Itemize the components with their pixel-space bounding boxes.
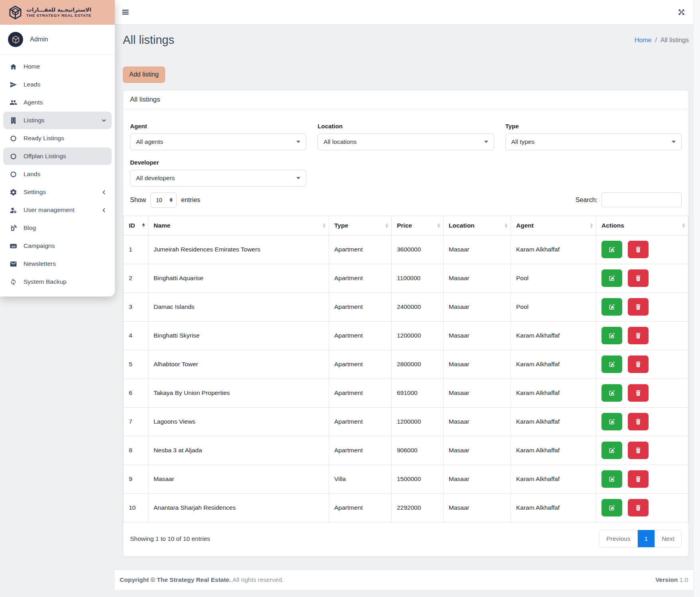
sidebar-item-lands[interactable]: Lands xyxy=(3,165,112,183)
cell-location: Masaar xyxy=(444,321,511,350)
delete-button[interactable] xyxy=(628,269,649,287)
fullscreen-button[interactable] xyxy=(675,6,688,19)
version: Version 1.0 xyxy=(655,576,688,583)
edit-button[interactable] xyxy=(601,269,622,287)
edit-button[interactable] xyxy=(601,470,622,488)
sidebar-item-leads[interactable]: Leads xyxy=(3,76,112,93)
column-header-agent[interactable]: Agent▲▼ xyxy=(511,216,596,235)
edit-button[interactable] xyxy=(601,413,622,430)
pagination-previous[interactable]: Previous xyxy=(599,530,637,548)
sidebar-item-agents[interactable]: Agents xyxy=(3,94,112,111)
circle-icon xyxy=(10,135,17,142)
edit-icon xyxy=(608,447,615,454)
column-header-actions[interactable]: Actions▲▼ xyxy=(596,216,688,235)
pagination-next[interactable]: Next xyxy=(655,530,681,548)
breadcrumb-home-link[interactable]: Home xyxy=(635,37,652,44)
delete-button[interactable] xyxy=(628,298,649,316)
edit-button[interactable] xyxy=(601,442,622,459)
sidebar-item-label: Agents xyxy=(24,99,43,106)
cell-location: Masaar xyxy=(444,465,511,493)
sidebar-item-label: System Backup xyxy=(24,278,67,285)
edit-button[interactable] xyxy=(601,499,622,516)
column-header-location[interactable]: Location▲▼ xyxy=(444,216,511,235)
cell-name: Lagoons Views xyxy=(148,407,329,436)
pagination-page-1[interactable]: 1 xyxy=(637,530,655,548)
edit-icon xyxy=(608,418,615,425)
main-content: All listings Home / All listings Add lis… xyxy=(115,25,700,557)
cell-location: Masaar xyxy=(444,436,511,465)
sidebar-toggle-button[interactable] xyxy=(119,6,132,19)
sidebar-item-label: Ready Listings xyxy=(24,135,64,142)
sidebar-item-label: User management xyxy=(24,206,75,214)
sidebar-item-blog[interactable]: Blog xyxy=(3,219,112,237)
caret-down-icon xyxy=(484,141,488,143)
edit-button[interactable] xyxy=(601,298,622,316)
delete-button[interactable] xyxy=(628,384,649,402)
edit-button[interactable] xyxy=(601,327,622,344)
listings-card: All listings AgentAll agentsLocationAll … xyxy=(123,90,689,557)
search-input[interactable] xyxy=(601,192,682,207)
sidebar-item-offplan-listings[interactable]: Offplan Listings xyxy=(3,147,112,165)
cell-actions xyxy=(596,350,688,379)
delete-button[interactable] xyxy=(628,442,649,459)
expand-arrows-icon xyxy=(677,8,686,16)
cell-name: Binghatti Aquarise xyxy=(148,264,329,293)
table-controls: Show 10 entries Search: xyxy=(123,187,688,216)
agent-select[interactable]: All agents xyxy=(130,134,306,150)
column-header-price[interactable]: Price▲▼ xyxy=(392,216,444,235)
delete-button[interactable] xyxy=(628,413,649,430)
edit-button[interactable] xyxy=(601,355,622,373)
delete-button[interactable] xyxy=(628,499,649,516)
column-header-id[interactable]: ID▲▼ xyxy=(124,216,148,235)
sidebar-item-label: Newsletters xyxy=(24,260,56,267)
sidebar-item-label: Offplan Listings xyxy=(24,153,66,160)
cell-price: 1500000 xyxy=(392,465,444,493)
trash-icon xyxy=(635,504,642,511)
column-header-name[interactable]: Name▲▼ xyxy=(148,216,329,235)
cell-id: 2 xyxy=(124,264,148,293)
column-header-type[interactable]: Type▲▼ xyxy=(329,216,392,235)
cell-actions xyxy=(596,436,688,465)
developer-select[interactable]: All developers xyxy=(130,170,306,187)
cell-name: Alhabtoor Tower xyxy=(148,350,329,379)
sidebar-item-user-management[interactable]: User management xyxy=(3,201,112,219)
selected-value: All agents xyxy=(136,138,163,145)
sidebar-item-system-backup[interactable]: System Backup xyxy=(3,273,112,291)
delete-button[interactable] xyxy=(628,470,649,488)
home-icon xyxy=(10,63,17,71)
scrollbar[interactable] xyxy=(693,0,700,597)
sidebar-item-campaigns[interactable]: AdCampaigns xyxy=(3,237,112,255)
sidebar-item-listings[interactable]: Listings xyxy=(3,112,112,129)
trash-icon xyxy=(635,447,642,454)
delete-button[interactable] xyxy=(628,327,649,344)
table-row: 1Jumeirah Residences Emirates TowersApar… xyxy=(124,235,688,264)
cell-type: Apartment xyxy=(329,321,392,350)
cell-location: Masaar xyxy=(444,407,511,436)
location-select[interactable]: All locations xyxy=(317,134,494,150)
type-select[interactable]: All types xyxy=(505,134,682,150)
page-length-select[interactable]: 10 xyxy=(150,192,177,208)
trash-icon xyxy=(635,303,642,310)
edit-button[interactable] xyxy=(601,241,622,258)
add-listing-button[interactable]: Add listing xyxy=(123,67,165,83)
cell-type: Apartment xyxy=(329,350,392,379)
table-row: 5Alhabtoor TowerApartment2800000MasaarKa… xyxy=(124,350,688,379)
edit-icon xyxy=(608,504,615,511)
cell-agent: Karam Alkhaffaf xyxy=(511,436,596,465)
sidebar-item-newsletters[interactable]: Newsletters xyxy=(3,255,112,273)
cell-location: Masaar xyxy=(444,350,511,379)
delete-button[interactable] xyxy=(628,241,649,258)
edit-button[interactable] xyxy=(601,384,622,402)
page-length-value: 10 xyxy=(156,197,162,203)
show-label: Show xyxy=(130,196,146,204)
selected-value: All types xyxy=(511,138,535,145)
cell-price: 1200000 xyxy=(392,407,444,436)
cell-id: 8 xyxy=(124,436,148,465)
delete-button[interactable] xyxy=(628,355,649,373)
cell-agent: Karam Alkhaffaf xyxy=(511,350,596,379)
sidebar-item-ready-listings[interactable]: Ready Listings xyxy=(3,130,112,147)
cell-location: Masaar xyxy=(444,293,511,321)
sidebar-item-settings[interactable]: Settings xyxy=(3,183,112,201)
sidebar-item-home[interactable]: Home xyxy=(3,58,112,75)
entries-label: entries xyxy=(181,196,200,204)
